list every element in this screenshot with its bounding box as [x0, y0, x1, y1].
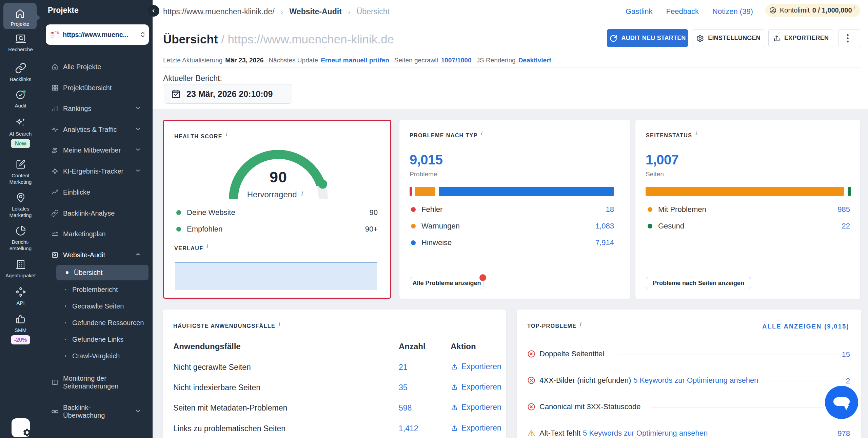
svg-text:m"k: m"k	[51, 30, 59, 35]
